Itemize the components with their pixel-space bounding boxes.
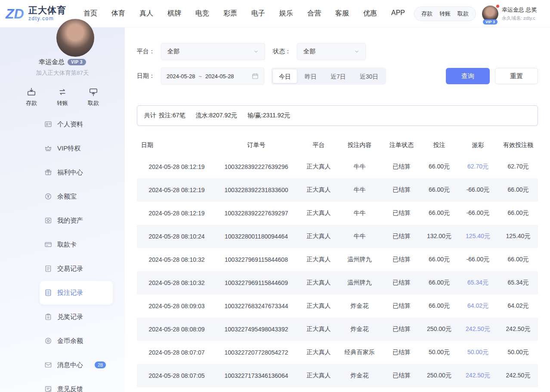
wallet-link[interactable]: 转账: [439, 10, 451, 18]
sidebar-item-messages[interactable]: 消息中心 28: [40, 353, 113, 377]
status-select[interactable]: 全部: [297, 43, 366, 60]
cell-order-no: 1003227495498043392: [212, 318, 300, 341]
cell-bet-amount: 250.00元: [421, 364, 457, 387]
platform-selected-value: 全部: [167, 48, 253, 55]
nav-item[interactable]: 电竞: [195, 9, 209, 18]
nav-item[interactable]: 彩票: [223, 9, 237, 18]
search-button[interactable]: 查询: [446, 68, 490, 84]
sidebar-item-bet-records[interactable]: 投注记录: [40, 281, 113, 305]
cell-bet-amount: 66.00元: [421, 248, 457, 271]
table-row: 2024-05-28 08:10:24 1003228001180094464 …: [137, 225, 538, 248]
document-icon: [44, 265, 52, 273]
transfer-action[interactable]: 转账: [57, 87, 68, 107]
cell-order-no: 1003228001180094464: [212, 225, 300, 248]
cell-bet-content: 温州牌九: [337, 271, 382, 294]
cell-valid-amount: 242.50元: [498, 318, 538, 341]
transfer-label: 转账: [57, 99, 68, 107]
nav-item[interactable]: 体育: [111, 9, 125, 18]
platform-select[interactable]: 全部: [161, 43, 265, 60]
profile-vip-badge: VIP 3: [68, 59, 86, 65]
column-header: 订单号: [212, 135, 300, 155]
nav-item[interactable]: 首页: [83, 9, 97, 18]
deposit-action[interactable]: 存款: [26, 87, 37, 107]
cell-bet-content: 牛牛: [337, 178, 382, 202]
range-button[interactable]: 近7日: [324, 69, 352, 83]
unread-count-badge: 28: [95, 361, 106, 368]
cell-date: 2024-05-28 08:08:09: [137, 318, 212, 341]
cell-valid-amount: 50.00元: [498, 341, 538, 364]
reset-button[interactable]: 重置: [495, 68, 538, 84]
wallet-link[interactable]: 存款: [421, 10, 433, 18]
nav-item[interactable]: 客服: [335, 9, 349, 18]
nav-item[interactable]: 娱乐: [279, 9, 293, 18]
cell-payout: 62.70元: [457, 155, 498, 178]
table-header-row: 日期 订单号 平台 投注内容 注单状态 投注 派彩 有效投注额: [137, 135, 538, 155]
cell-status: 已结算: [382, 178, 421, 202]
nav-item[interactable]: 电子: [251, 9, 265, 18]
cell-status: 已结算: [382, 341, 421, 364]
cell-bet-amount: 250.00元: [421, 318, 457, 341]
sidebar-item-welfare[interactable]: 福利中心: [40, 160, 113, 184]
cell-bet-amount: 66.00元: [421, 155, 457, 178]
wallet-link[interactable]: 取款: [457, 10, 469, 18]
cell-valid-amount: 66.00元: [498, 248, 538, 271]
cell-platform: 正大真人: [300, 248, 337, 271]
nav-item[interactable]: 优惠: [363, 9, 377, 18]
cell-valid-amount: 125.40元: [498, 225, 538, 248]
coins-icon: [44, 337, 52, 345]
range-button[interactable]: 今日: [272, 69, 297, 83]
nav-item[interactable]: APP: [391, 9, 405, 18]
sidebar-item-profile[interactable]: 个人资料: [40, 112, 113, 136]
transfer-icon: [58, 87, 67, 97]
bet-records-table: 日期 订单号 平台 投注内容 注单状态 投注 派彩 有效投注额: [137, 135, 538, 387]
profile-avatar[interactable]: [56, 19, 94, 57]
withdraw-action[interactable]: 取款: [88, 87, 99, 107]
user-avatar[interactable]: VIP 3: [482, 6, 498, 22]
gift-icon: [44, 168, 52, 176]
user-name: 幸运金总 总奖: [502, 6, 550, 14]
cell-date: 2024-05-28 08:10:24: [137, 225, 212, 248]
sidebar-item-withdraw-card[interactable]: 取款卡: [40, 233, 113, 257]
sidebar-item-coin-balance[interactable]: 金币余额: [40, 329, 113, 353]
brand-domain: zdty.com: [28, 16, 66, 21]
nav-item[interactable]: 棋牌: [167, 9, 181, 18]
cell-payout: -66.00元: [457, 248, 498, 271]
date-range-input[interactable]: 2024-05-28 ~ 2024-05-28: [161, 67, 264, 85]
user-chip: VIP 3 幸运金总 总奖 永久域名: zdty.c: [482, 6, 550, 22]
sidebar-item-transactions[interactable]: 交易记录: [40, 257, 113, 281]
safe-icon: [44, 217, 52, 224]
cell-date: 2024-05-28 08:10:32: [137, 271, 212, 294]
brand-logo[interactable]: ZD 正大体育 zdty.com: [0, 5, 66, 23]
cell-payout: 50.00元: [457, 341, 498, 364]
range-button[interactable]: 昨日: [298, 69, 323, 83]
cell-valid-amount: 65.34元: [498, 271, 538, 294]
sidebar-item-assets[interactable]: 我的资产: [40, 208, 113, 233]
cell-platform: 正大真人: [300, 341, 337, 364]
svg-text:ZD: ZD: [5, 6, 24, 21]
cell-valid-amount: 64.02元: [498, 294, 538, 318]
date-to: 2024-05-28: [205, 73, 234, 80]
column-header: 注单状态: [382, 135, 421, 155]
nav-item[interactable]: 合营: [307, 9, 321, 18]
withdraw-label: 取款: [88, 99, 99, 107]
permanent-domain: 永久域名: zdty.c: [502, 15, 550, 21]
sidebar-item-prize-records[interactable]: 兑奖记录: [40, 305, 113, 329]
cell-valid-amount: 242.50元: [498, 364, 538, 387]
sidebar-item-yuebao[interactable]: 余额宝: [40, 184, 113, 208]
cell-date: 2024-05-28 08:07:05: [137, 364, 212, 387]
coin-yuan-icon: [44, 193, 52, 200]
nav-item[interactable]: 真人: [139, 9, 153, 18]
range-button[interactable]: 近30日: [353, 69, 385, 83]
cell-payout: 65.34元: [457, 271, 498, 294]
table-row: 2024-05-28 08:10:32 1003227969115844609 …: [137, 271, 538, 294]
sidebar-item-vip[interactable]: VIP特权: [40, 136, 113, 160]
cell-status: 已结算: [382, 155, 421, 178]
sidebar-item-feedback[interactable]: 意见反馈: [40, 377, 113, 392]
summary-prefix: 共计: [144, 112, 156, 119]
date-label: 日期：: [137, 72, 158, 80]
summary-bar: 共计 投注:67笔 流水:8207.92元 输/赢:2311.92元: [137, 105, 538, 126]
cell-bet-content: 炸金花: [337, 364, 382, 387]
date-separator: ~: [199, 73, 202, 80]
cell-date: 2024-05-28 08:10:32: [137, 248, 212, 271]
brand-name: 正大体育: [28, 6, 66, 15]
